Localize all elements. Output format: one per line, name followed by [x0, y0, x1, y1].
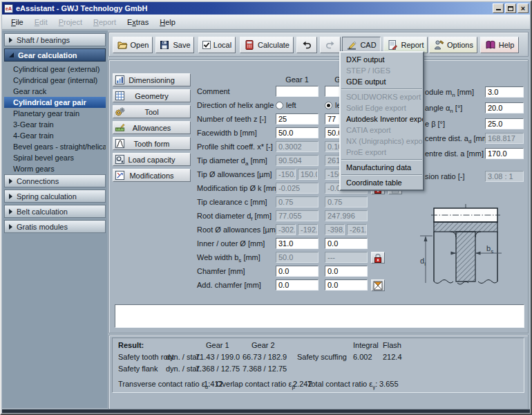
menu-extras[interactable]: Extras [122, 17, 154, 28]
field-web-width-b-s-mm-gear2: --- [325, 252, 368, 263]
toolbar-button-calculate[interactable]: Calculate [240, 37, 294, 53]
sidebar-section-label: Gratis modules [17, 223, 68, 231]
section-button-label: Load capacity [129, 156, 175, 164]
field-chamfer-mm-gear2[interactable]: 0.0 [325, 266, 368, 277]
cad-menu-item-dxf-output[interactable]: DXF output [341, 54, 423, 65]
message-area[interactable] [115, 304, 524, 328]
toolbar-button-open[interactable]: Open [113, 37, 153, 53]
section-button-tool[interactable]: Tool [113, 105, 191, 118]
chamfer-icon-button[interactable] [371, 279, 385, 291]
label-modification-tip-k-mm: Modification tip Ø k [mm] [197, 183, 281, 194]
field-root-allowances-m-gear1-lower: -302.2 [276, 224, 296, 235]
calculate-icon [244, 39, 255, 50]
sidebar-item-gear-rack[interactable]: Gear rack [4, 86, 106, 97]
cad-icon [346, 39, 357, 50]
field-angle-n[interactable]: 20.0 [485, 102, 524, 113]
label-root-allowances-m: Root Ø allowances [µm] [197, 224, 278, 235]
checkbox-checked-icon [202, 41, 211, 49]
field-add-chamfer-mm-gear1[interactable]: 0.0 [276, 279, 319, 290]
menu-help[interactable]: Help [154, 17, 181, 28]
label-tip-allowances-m: Tip Ø allowances [µm] [197, 169, 272, 180]
cad-menu-item-proe-export: ProE export [341, 147, 423, 158]
section-button-tooth-form[interactable]: Tooth form [113, 137, 191, 150]
sidebar-section-label: Belt calculation [17, 208, 68, 216]
field-inner-outer-mm-gear1[interactable]: 31.0 [276, 238, 319, 249]
result-value: 7.368 / 12.75 [243, 365, 287, 373]
result-value: 212.4 [383, 353, 402, 361]
cad-menu-item-autodesk-inventor-export[interactable]: Autodesk Inventor export [341, 113, 423, 124]
sidebar-item-cylindrical-gear-external[interactable]: Cylindrical gear (external) [4, 64, 106, 75]
tooth-form-icon [115, 138, 125, 149]
toolbar-button-undo[interactable] [296, 37, 317, 53]
toolbar-button-label: Open [131, 41, 149, 49]
menu-file[interactable]: File [6, 17, 29, 28]
sidebar-item-cylindrical-gear-pair[interactable]: Cylindrical gear pair [4, 97, 106, 108]
section-button-modifications[interactable]: Modifications [113, 169, 191, 182]
open-icon [117, 39, 128, 50]
app-icon: eA [4, 4, 13, 13]
cad-menu-item-manufacturing-data[interactable]: Manufacturing data [341, 162, 423, 173]
result-col-flash: Flash [383, 341, 401, 349]
toolbar-button-redo [320, 37, 341, 53]
toolbar-button-save[interactable]: Save [155, 37, 194, 53]
expand-icon [9, 224, 12, 230]
radio-direction-of-helix-angle-gear1[interactable]: left [276, 100, 296, 111]
field-number-of-teeth-z-gear1[interactable]: 25 [276, 113, 319, 124]
section-button-dimensioning[interactable]: Dimensioning [113, 73, 191, 86]
field-tip-allowances-m-gear1-lower: -150.0 [276, 169, 296, 180]
section-button-label: Tooth form [134, 140, 170, 148]
field-tip-clearance-c-mm-gear2: 0.75 [325, 196, 368, 208]
section-button-load-capacity[interactable]: Load capacity [113, 153, 191, 166]
cad-menu-item-coordinate-table[interactable]: Coordinate table [341, 177, 423, 188]
section-button-allowances[interactable]: Allowances [113, 121, 191, 134]
field-entre-dist-a-mm[interactable]: 170.0 [485, 148, 524, 159]
sidebar-section-gear-calculation[interactable]: Gear calculation [4, 48, 106, 62]
field-facewidth-b-mm-gear1[interactable]: 50.0 [276, 127, 319, 138]
label-e: e β [°] [425, 118, 445, 129]
sidebar-item-bevel-gears-straight-helical[interactable]: Bevel gears - straight/helical [4, 141, 106, 152]
sidebar-section-shaft-bearings[interactable]: Shaft / bearings [4, 33, 106, 46]
drawing-bs-label: bs [486, 244, 493, 255]
drawing-di-label: di [420, 257, 426, 267]
field-chamfer-mm-gear1[interactable]: 0.0 [276, 266, 319, 277]
sidebar-section-belt-calculation[interactable]: Belt calculation [4, 205, 106, 218]
toolbar-button-label: Options [447, 41, 473, 49]
toolbar-button-label: Help [499, 41, 515, 49]
result-col-gear2: Gear 2 [251, 341, 275, 349]
sidebar-item-spiral-bevel-gears[interactable]: Spiral bevel gears [4, 152, 106, 163]
sidebar-section-connections[interactable]: Connections [4, 174, 106, 187]
close-button[interactable]: × [517, 3, 529, 13]
field-odule-m-n-mm[interactable]: 3.0 [485, 86, 524, 98]
toolbar-button-local[interactable]: Local [198, 37, 236, 53]
field-tip-allowances-m-gear1-upper: 150.0 [298, 169, 318, 180]
sidebar-section-gratis-modules[interactable]: Gratis modules [4, 220, 106, 233]
radio-button-icon [325, 102, 332, 109]
sidebar-item-3-gear-train[interactable]: 3-Gear train [4, 119, 106, 130]
toolbar-button-label: Calculate [258, 41, 289, 49]
minimize-icon [496, 6, 501, 10]
toolbar-button-label: Save [173, 41, 190, 49]
section-button-geometry[interactable]: Geometry [113, 89, 191, 102]
label-add-chamfer-mm: Add. chamfer [mm] [197, 279, 261, 290]
lock-icon-button[interactable] [371, 252, 385, 264]
sidebar-item-worm-gears[interactable]: Worm gears [4, 163, 106, 174]
field-comment-gear1[interactable] [276, 86, 319, 97]
label-profile-shift-coeff-x: Profile shift coeff. x* [-] [197, 141, 273, 152]
radio-button-icon [276, 102, 283, 109]
sidebar-item-4-gear-train[interactable]: 4-Gear train [4, 130, 106, 141]
redo-icon [325, 39, 336, 50]
sidebar-item-planetary-gear-train[interactable]: Planetary gear train [4, 108, 106, 119]
sidebar-item-cylindrical-gear-internal[interactable]: Cylindrical gear (internal) [4, 75, 106, 86]
menu-edit: Edit [29, 17, 53, 28]
toolbar-button-help[interactable]: Help [480, 37, 519, 53]
toolbar-button-options[interactable]: Options [429, 37, 477, 53]
field-inner-outer-mm-gear2[interactable]: 0.0 [325, 238, 368, 249]
field-add-chamfer-mm-gear2[interactable]: 0.0 [325, 279, 368, 290]
toolbar: OpenSaveLocalCalculateCADReportOptionsHe… [108, 32, 529, 57]
minimize-button[interactable] [493, 3, 504, 13]
cad-menu-item-gde-output[interactable]: GDE output [341, 76, 423, 87]
maximize-button[interactable] [505, 3, 516, 13]
label-direction-of-helix-angle: Direction of helix angle [197, 100, 274, 111]
sidebar-section-spring-calculation[interactable]: Spring calculation [4, 190, 106, 203]
field-e[interactable]: 25.0 [485, 118, 524, 129]
